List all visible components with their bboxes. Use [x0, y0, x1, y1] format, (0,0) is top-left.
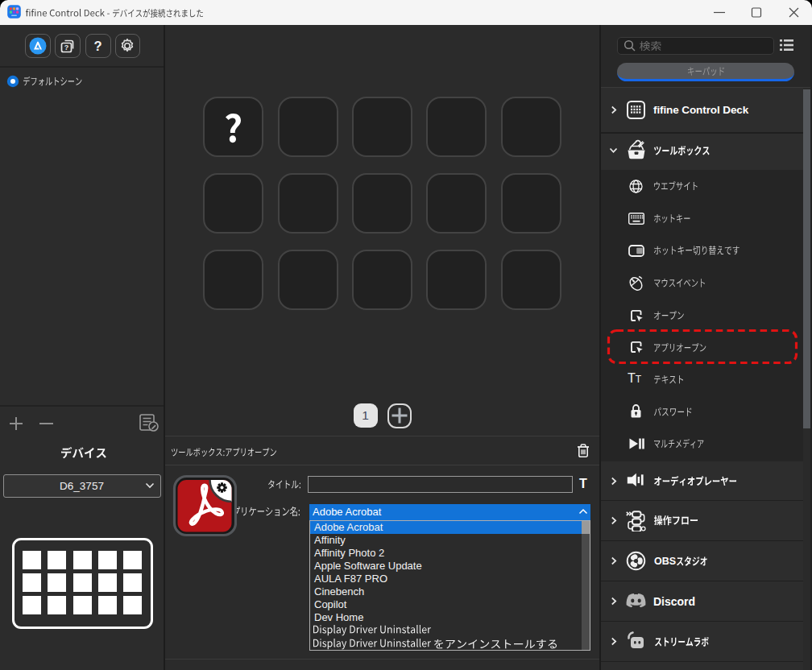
svg-text:?: ? [64, 43, 69, 52]
